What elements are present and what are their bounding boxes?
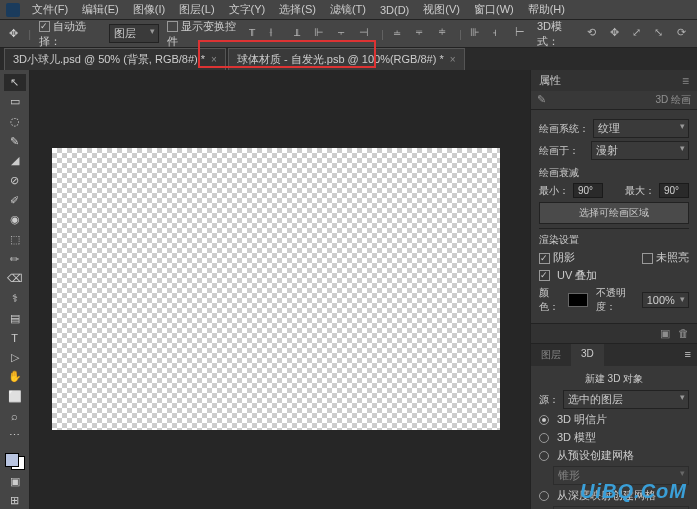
3d-slide-icon[interactable]: ⤢ xyxy=(632,26,646,42)
dist-icon-5[interactable]: ⫞ xyxy=(492,26,506,42)
screen-mode-icon[interactable]: ⊞ xyxy=(4,492,26,509)
radio-mesh-preset[interactable] xyxy=(539,451,549,461)
gradient-tool[interactable]: ⚕ xyxy=(4,290,26,307)
path-tool[interactable]: ▷ xyxy=(4,349,26,366)
document-canvas[interactable] xyxy=(52,148,500,430)
radio-depth-map[interactable] xyxy=(539,491,549,501)
properties-panel: 属性 ≡ ✎ 3D 绘画 绘画系统： 纹理 绘画于： 漫射 绘画衰减 最 xyxy=(531,70,697,344)
show-transform-checkbox[interactable] xyxy=(167,21,178,32)
trash-icon[interactable]: 🗑 xyxy=(678,327,689,340)
align-bottom-icon[interactable]: ⫫ xyxy=(292,26,306,42)
menu-image[interactable]: 图像(I) xyxy=(127,0,171,19)
create-3d-title: 新建 3D 对象 xyxy=(539,372,689,386)
shape-tool[interactable]: ⬜ xyxy=(4,388,26,405)
marquee-tool[interactable]: ▭ xyxy=(4,94,26,111)
source-dropdown[interactable]: 选中的图层 xyxy=(563,390,689,409)
eyedropper-tool[interactable]: ⊘ xyxy=(4,172,26,189)
auto-select-dropdown[interactable]: 图层 xyxy=(109,24,159,43)
tab-layers[interactable]: 图层 xyxy=(531,344,571,366)
uv-overlay-checkbox[interactable] xyxy=(539,270,550,281)
lasso-tool[interactable]: ◌ xyxy=(4,113,26,130)
render-settings-title: 渲染设置 xyxy=(539,233,689,247)
render-icon[interactable]: ▣ xyxy=(660,327,670,340)
paint-system-label: 绘画系统： xyxy=(539,122,589,136)
paint-system-dropdown[interactable]: 纹理 xyxy=(593,119,689,138)
align-left-icon[interactable]: ⊩ xyxy=(314,26,328,42)
brush-icon[interactable]: ✎ xyxy=(537,93,551,107)
align-right-icon[interactable]: ⊣ xyxy=(359,26,373,42)
menu-edit[interactable]: 编辑(E) xyxy=(76,0,125,19)
falloff-section-title: 绘画衰减 xyxy=(539,166,689,180)
3d-pan-icon[interactable]: ✥ xyxy=(610,26,624,42)
tab-3d[interactable]: 3D xyxy=(571,344,604,366)
align-top-icon[interactable]: ⫪ xyxy=(247,26,261,42)
heal-tool[interactable]: ◉ xyxy=(4,211,26,228)
align-vcenter-icon[interactable]: ⫲ xyxy=(269,26,283,42)
canvas-viewport[interactable] xyxy=(30,70,530,509)
main-area: ↖ ▭ ◌ ✎ ◢ ⊘ ✐ ◉ ⬚ ✏ ⌫ ⚕ ▤ T ▷ ✋ ⬜ ⌕ ⋯ ▣ … xyxy=(0,70,697,509)
3d-roll-icon[interactable]: ⟳ xyxy=(677,26,691,42)
max-angle-label: 最大： xyxy=(625,184,655,198)
menu-type[interactable]: 文字(Y) xyxy=(223,0,272,19)
3d-scale-icon[interactable]: ⤡ xyxy=(654,26,668,42)
max-angle-field[interactable]: 90° xyxy=(659,183,689,198)
menu-filter[interactable]: 滤镜(T) xyxy=(324,0,372,19)
blur-tool[interactable]: ▤ xyxy=(4,310,26,327)
3d-orbit-icon[interactable]: ⟲ xyxy=(587,26,601,42)
type-tool[interactable]: T xyxy=(4,329,26,346)
color-swatch[interactable] xyxy=(5,453,25,470)
pencil-tool[interactable]: ✏ xyxy=(4,251,26,268)
close-icon[interactable]: × xyxy=(450,54,456,65)
close-icon[interactable]: × xyxy=(211,54,217,65)
eraser-tool[interactable]: ⌫ xyxy=(4,270,26,287)
menu-help[interactable]: 帮助(H) xyxy=(522,0,571,19)
radio-postcard[interactable] xyxy=(539,415,549,425)
panel-menu-icon[interactable]: ≡ xyxy=(682,74,689,88)
document-tab-2[interactable]: 球体材质 - 自发光.psb @ 100%(RGB/8#) * × xyxy=(228,48,465,70)
crop-tool[interactable]: ◢ xyxy=(4,153,26,170)
menu-view[interactable]: 视图(V) xyxy=(417,0,466,19)
dist-icon-3[interactable]: ⫩ xyxy=(437,26,451,42)
document-tab-1[interactable]: 3D小球儿.psd @ 50% (背景, RGB/8#) * × xyxy=(4,48,226,70)
stamp-tool[interactable]: ⬚ xyxy=(4,231,26,248)
select-paintable-area-button[interactable]: 选择可绘画区域 xyxy=(539,202,689,224)
menu-select[interactable]: 选择(S) xyxy=(273,0,322,19)
auto-select-checkbox[interactable] xyxy=(39,21,50,32)
menu-window[interactable]: 窗口(W) xyxy=(468,0,520,19)
panel-tab-strip: 图层 3D ≡ xyxy=(531,344,697,366)
dist-icon-6[interactable]: ⊢ xyxy=(515,26,529,42)
brush-tool[interactable]: ✐ xyxy=(4,192,26,209)
shadow-label: 阴影 xyxy=(553,251,575,263)
properties-panel-header[interactable]: 属性 ≡ xyxy=(531,70,697,91)
radio-model[interactable] xyxy=(539,433,549,443)
tab-label: 3D小球儿.psd @ 50% (背景, RGB/8#) * xyxy=(13,52,205,67)
source-label: 源： xyxy=(539,393,559,407)
zoom-tool[interactable]: ⌕ xyxy=(4,408,26,425)
dist-icon-1[interactable]: ⫨ xyxy=(392,26,406,42)
move-tool-icon[interactable]: ✥ xyxy=(6,26,20,42)
menu-3d[interactable]: 3D(D) xyxy=(374,2,415,18)
quick-mask-icon[interactable]: ▣ xyxy=(4,473,26,490)
opacity-field[interactable]: 100% xyxy=(642,292,689,308)
unlit-checkbox[interactable] xyxy=(642,253,653,264)
more-tools[interactable]: ⋯ xyxy=(4,428,26,445)
align-hcenter-icon[interactable]: ⫟ xyxy=(336,26,350,42)
right-panel-dock: 属性 ≡ ✎ 3D 绘画 绘画系统： 纹理 绘画于： 漫射 绘画衰减 最 xyxy=(530,70,697,509)
foreground-color[interactable] xyxy=(5,453,19,467)
dist-icon-4[interactable]: ⊪ xyxy=(470,26,484,42)
paint-on-label: 绘画于： xyxy=(539,144,587,158)
menu-layer[interactable]: 图层(L) xyxy=(173,0,220,19)
document-tab-bar: 3D小球儿.psd @ 50% (背景, RGB/8#) * × 球体材质 - … xyxy=(0,48,697,70)
min-angle-field[interactable]: 90° xyxy=(573,183,603,198)
min-angle-label: 最小： xyxy=(539,184,569,198)
options-bar: ✥ | 自动选择： 图层 显示变换控件 ⫪ ⫲ ⫫ ⊩ ⫟ ⊣ | ⫨ ⫧ ⫩ … xyxy=(0,20,697,48)
hand-tool[interactable]: ✋ xyxy=(4,369,26,386)
panel-menu-icon[interactable]: ≡ xyxy=(679,344,697,366)
move-tool[interactable]: ↖ xyxy=(4,74,26,91)
wand-tool[interactable]: ✎ xyxy=(4,133,26,150)
dist-icon-2[interactable]: ⫧ xyxy=(414,26,428,42)
shadow-checkbox[interactable] xyxy=(539,253,550,264)
uv-color-swatch[interactable] xyxy=(568,293,588,307)
menu-file[interactable]: 文件(F) xyxy=(26,0,74,19)
paint-on-dropdown[interactable]: 漫射 xyxy=(591,141,689,160)
